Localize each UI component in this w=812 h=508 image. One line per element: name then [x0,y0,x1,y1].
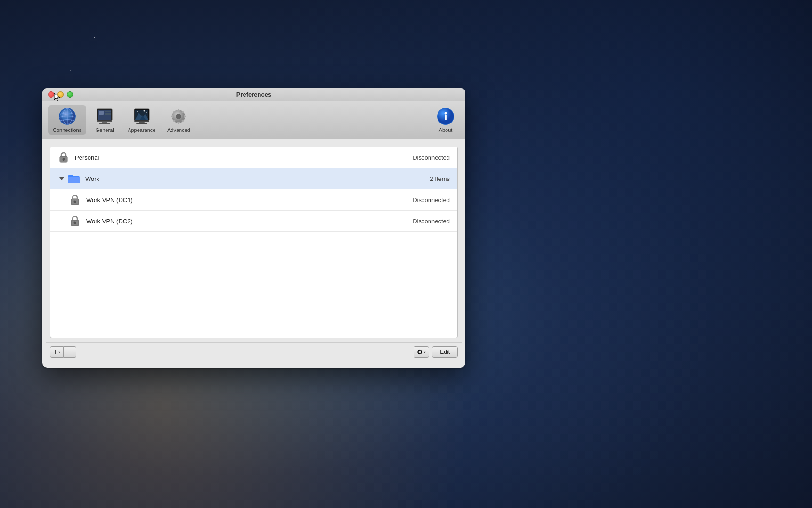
toolbar-item-connections[interactable]: Connections [48,105,86,135]
minimize-button[interactable] [57,91,64,98]
work-dc2-name: Work VPN (DC2) [86,218,413,225]
lock-icon-dc1 [69,194,81,205]
edit-label: Edit [440,349,450,355]
work-group-name: Work [85,175,430,182]
work-group-status: 2 Items [430,175,450,182]
toolbar: Connections General [42,101,465,139]
connection-row-work-dc1[interactable]: Work VPN (DC1) Disconnected [50,189,457,211]
add-dropdown-arrow: ▾ [58,350,60,354]
lock-icon-personal [58,152,69,163]
remove-button[interactable]: − [64,346,76,358]
svg-rect-38 [134,121,149,122]
about-icon: i [436,107,455,126]
appearance-icon [132,107,151,126]
toolbar-item-about[interactable]: i About [431,105,460,135]
svg-rect-25 [99,111,104,115]
svg-point-0 [94,37,95,38]
svg-rect-28 [97,121,112,122]
svg-rect-40 [136,123,147,124]
lock-icon-dc2 [69,215,81,227]
toolbar-item-advanced[interactable]: Advanced [162,105,195,135]
general-icon [95,107,114,126]
connection-row-work-group[interactable]: Work 2 Items [50,168,457,189]
stars-decoration [0,0,141,71]
remove-minus-icon: − [67,348,72,356]
gear-button[interactable]: ⚙ ▾ [414,346,429,358]
gear-icon: ⚙ [417,348,423,356]
maximize-button[interactable] [67,91,73,98]
connection-row-personal[interactable]: Personal Disconnected [50,147,457,168]
svg-rect-53 [74,202,75,203]
titlebar: Preferences [42,88,465,101]
svg-point-36 [143,110,145,112]
svg-rect-56 [74,223,75,224]
add-remove-group: + ▾ − [50,346,76,358]
work-dc2-status: Disconnected [413,218,450,225]
toolbar-item-appearance[interactable]: Appearance [123,105,160,135]
svg-point-46 [445,112,447,115]
svg-point-35 [137,111,138,112]
connections-icon [58,107,77,126]
expand-chevron [58,175,65,182]
svg-point-37 [146,112,147,113]
window-title: Preferences [236,91,271,98]
svg-rect-39 [139,122,145,123]
work-dc1-name: Work VPN (DC1) [86,197,413,204]
svg-point-42 [176,114,181,119]
svg-point-12 [70,70,71,71]
personal-connection-name: Personal [75,154,413,161]
traffic-lights [48,91,73,98]
add-plus-icon: + [53,348,57,356]
gear-dropdown-arrow: ▾ [424,350,426,354]
personal-connection-status: Disconnected [413,154,450,161]
folder-icon-work [68,173,80,184]
connections-list: Personal Disconnected Work [50,147,458,338]
connections-label: Connections [53,127,81,133]
svg-rect-49 [63,159,64,161]
svg-rect-30 [99,123,110,124]
advanced-label: Advanced [167,127,190,133]
general-label: General [96,127,114,133]
bottom-bar: + ▾ − ⚙ ▾ Edit [46,342,462,361]
toolbar-items: Connections General [48,105,430,135]
svg-rect-29 [102,122,107,123]
work-dc1-status: Disconnected [413,197,450,204]
connection-row-work-dc2[interactable]: Work VPN (DC2) Disconnected [50,211,457,232]
appearance-label: Appearance [128,127,155,133]
edit-button[interactable]: Edit [432,346,458,358]
add-button[interactable]: + ▾ [50,346,64,358]
advanced-icon [169,107,188,126]
svg-rect-27 [105,113,111,115]
preferences-window: Preferences [42,88,465,368]
svg-marker-50 [59,177,64,180]
toolbar-item-general[interactable]: General [88,105,121,135]
close-button[interactable] [48,91,54,98]
svg-rect-26 [105,111,111,112]
about-label: About [439,127,453,133]
